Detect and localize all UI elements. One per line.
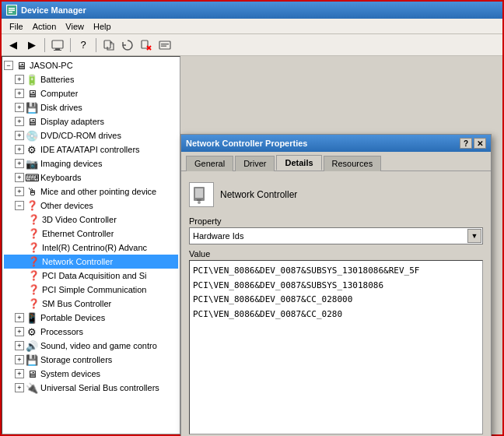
tree-item-ide[interactable]: + ⚙ IDE ATA/ATAPI controllers <box>4 142 178 156</box>
property-label: Property <box>189 216 483 226</box>
tree-item-pci-data[interactable]: ❓ PCI Data Acquisition and Si <box>4 269 178 283</box>
network-icon: ❓ <box>27 255 40 268</box>
imaging-expander[interactable]: + <box>15 159 24 168</box>
tab-general[interactable]: General <box>186 156 233 171</box>
svg-point-17 <box>198 201 201 204</box>
sound-icon: 🔊 <box>26 339 38 352</box>
portable-expander[interactable]: + <box>15 313 24 322</box>
window-title: Device Manager <box>21 5 498 15</box>
keyboards-label: Keyboards <box>40 173 82 182</box>
tree-item-batteries[interactable]: + 🔋 Batteries <box>4 72 178 86</box>
toolbar-sep-3 <box>96 38 96 52</box>
svg-rect-6 <box>54 50 61 51</box>
tree-item-mice[interactable]: + 🖱 Mice and other pointing device <box>4 185 178 199</box>
disk-label: Disk drives <box>40 103 82 112</box>
toolbar-remove[interactable] <box>138 37 155 54</box>
batteries-label: Batteries <box>40 75 74 84</box>
tree-item-usb[interactable]: + 🔌 Universal Serial Bus controllers <box>4 381 178 395</box>
tab-details[interactable]: Details <box>276 155 321 171</box>
tree-item-display[interactable]: + 🖥 Display adapters <box>4 114 178 128</box>
dialog-close-btn[interactable]: ✕ <box>474 138 486 149</box>
tree-item-portable[interactable]: + 📱 Portable Devices <box>4 311 178 325</box>
display-icon: 🖥 <box>26 115 38 128</box>
dvd-expander[interactable]: + <box>15 131 24 140</box>
tree-item-dvd[interactable]: + 💿 DVD/CD-ROM drives <box>4 128 178 142</box>
processors-icon: ⚙ <box>26 325 38 338</box>
menu-view[interactable]: View <box>61 21 89 32</box>
tree-item-smbus[interactable]: ❓ SM Bus Controller <box>4 297 178 311</box>
svg-rect-5 <box>55 48 60 50</box>
toolbar: ◀ ▶ ? <box>2 34 502 56</box>
value-line-3: PCI\VEN_8086&DEV_0087&CC_0280 <box>193 308 479 322</box>
toolbar-scan[interactable] <box>100 37 117 54</box>
properties-dialog: Network Controller Properties ? ✕ Genera… <box>180 134 492 436</box>
toolbar-help[interactable]: ? <box>75 37 92 54</box>
other-expander[interactable]: − <box>15 201 24 210</box>
toolbar-sep-2 <box>70 38 71 52</box>
svg-rect-8 <box>142 40 148 48</box>
processors-expander[interactable]: + <box>15 327 24 336</box>
keyboards-icon: ⌨ <box>26 171 38 184</box>
tree-root-label: JASON-PC <box>30 61 73 70</box>
pci-data-label: PCI Data Acquisition and Si <box>42 271 147 280</box>
tree-item-network[interactable]: ❓ Network Controller <box>4 255 178 269</box>
svg-rect-2 <box>9 10 15 12</box>
tree-item-disk[interactable]: + 💾 Disk drives <box>4 100 178 114</box>
usb-expander[interactable]: + <box>15 383 24 392</box>
computer-expander[interactable]: + <box>15 89 24 98</box>
menu-action[interactable]: Action <box>28 21 61 32</box>
tree-item-storage[interactable]: + 💾 Storage controllers <box>4 353 178 367</box>
main-window: Device Manager File Action View Help ◀ ▶… <box>0 0 504 436</box>
tree-root[interactable]: − 🖥 JASON-PC <box>4 58 178 72</box>
svg-rect-11 <box>159 41 170 49</box>
tree-item-processors[interactable]: + ⚙ Processors <box>4 325 178 339</box>
usb-icon: 🔌 <box>26 382 38 394</box>
device-tree[interactable]: − 🖥 JASON-PC + 🔋 Batteries + 🖥 Computer <box>2 56 180 434</box>
tree-item-3d[interactable]: ❓ 3D Video Controller <box>4 213 178 227</box>
keyboards-expander[interactable]: + <box>15 173 24 182</box>
tree-item-keyboards[interactable]: + ⌨ Keyboards <box>4 171 178 185</box>
storage-expander[interactable]: + <box>15 355 24 364</box>
tree-item-system[interactable]: + 🖥 System devices <box>4 367 178 381</box>
usb-label: Universal Serial Bus controllers <box>40 383 159 392</box>
toolbar-back[interactable]: ◀ <box>5 37 22 54</box>
system-expander[interactable]: + <box>15 369 24 378</box>
toolbar-forward[interactable]: ▶ <box>23 37 40 54</box>
ide-expander[interactable]: + <box>15 145 24 154</box>
sound-expander[interactable]: + <box>15 341 24 350</box>
svg-rect-3 <box>9 12 12 13</box>
smbus-label: SM Bus Controller <box>42 299 111 308</box>
property-section: Property Hardware Ids Compatible Ids Dev… <box>189 216 483 244</box>
intel-label: Intel(R) Centrino(R) Advanc <box>42 243 147 252</box>
other-label: Other devices <box>40 201 93 210</box>
mice-expander[interactable]: + <box>15 187 24 196</box>
disk-expander[interactable]: + <box>15 103 24 112</box>
tree-item-sound[interactable]: + 🔊 Sound, video and game contro <box>4 339 178 353</box>
display-expander[interactable]: + <box>15 117 24 126</box>
tab-driver[interactable]: Driver <box>235 156 275 171</box>
menu-help[interactable]: Help <box>89 21 116 32</box>
toolbar-properties[interactable] <box>156 37 173 54</box>
pci-simple-label: PCI Simple Communication <box>42 285 147 294</box>
dialog-help-btn[interactable]: ? <box>460 138 472 149</box>
value-label: Value <box>189 249 483 258</box>
toolbar-update[interactable] <box>119 37 136 54</box>
tab-resources[interactable]: Resources <box>324 156 382 171</box>
menu-file[interactable]: File <box>5 21 28 32</box>
toolbar-computer[interactable] <box>49 37 66 54</box>
system-label: System devices <box>40 369 100 378</box>
tree-item-computer[interactable]: + 🖥 Computer <box>4 86 178 100</box>
batteries-expander[interactable]: + <box>15 75 24 84</box>
property-dropdown[interactable]: Hardware Ids Compatible Ids Device Descr… <box>189 227 483 244</box>
tree-item-pci-simple[interactable]: ❓ PCI Simple Communication <box>4 283 178 297</box>
main-content: − 🖥 JASON-PC + 🔋 Batteries + 🖥 Computer <box>2 56 502 434</box>
tree-item-other[interactable]: − ❓ Other devices <box>4 199 178 213</box>
ethernet-icon: ❓ <box>27 227 40 240</box>
device-icon <box>189 182 214 207</box>
root-expander[interactable]: − <box>4 61 13 70</box>
value-line-1: PCI\VEN_8086&DEV_0087&SUBSYS_13018086 <box>193 279 479 294</box>
tree-item-ethernet[interactable]: ❓ Ethernet Controller <box>4 227 178 241</box>
tree-item-intel[interactable]: ❓ Intel(R) Centrino(R) Advanc <box>4 241 178 255</box>
tree-item-imaging[interactable]: + 📷 Imaging devices <box>4 156 178 171</box>
pci-data-icon: ❓ <box>27 269 40 282</box>
